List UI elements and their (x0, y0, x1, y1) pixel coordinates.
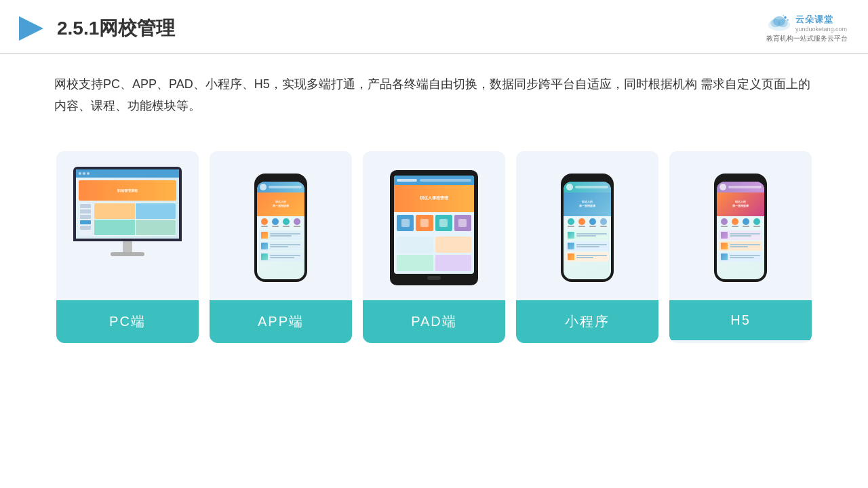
card-pad-image: 职达人课程管理 (363, 151, 505, 300)
brand-icon (14, 12, 46, 45)
logo-cloud: 云朵课堂 yunduoketang.com (767, 14, 847, 33)
tablet-illustration: 职达人课程管理 (390, 170, 478, 285)
card-pc-label: PC端 (56, 300, 199, 343)
card-pc-image: 职场管理课程 (56, 151, 199, 300)
card-pad: 职达人课程管理 (363, 151, 505, 343)
card-app-label: APP端 (210, 300, 352, 343)
card-app-image: 职达人的第一堂刚提课 (210, 151, 352, 300)
logo-text: 云朵课堂 (795, 14, 847, 26)
card-mini-label: 小程序 (516, 300, 658, 343)
card-h5-image: 职达人的第一堂刚提课 (669, 151, 812, 300)
svg-point-6 (787, 19, 789, 21)
card-h5-label: H5 (669, 300, 812, 340)
logo-name: 云朵课堂 yunduoketang.com (795, 14, 847, 33)
monitor-screen: 职场管理课程 (73, 167, 182, 241)
card-mini-image: 职达人的第一堂刚提课 (516, 151, 658, 300)
svg-point-4 (773, 16, 785, 26)
header-left: 2.5.1网校管理 (14, 12, 175, 45)
card-mini: 职达人的第一堂刚提课 (516, 151, 658, 343)
card-pc: 职场管理课程 (56, 151, 199, 343)
card-pad-label: PAD端 (363, 300, 505, 343)
mini-phone-illustration: 职达人的第一堂刚提课 (561, 174, 614, 282)
h5-phone-illustration: 职达人的第一堂刚提课 (714, 174, 767, 282)
header: 2.5.1网校管理 云朵课堂 yunduoketang.com 教育机构一站式服… (0, 0, 868, 54)
logo-tagline: 教育机构一站式服务云平台 (766, 34, 848, 43)
card-h5: 职达人的第一堂刚提课 (669, 151, 812, 343)
pc-monitor-illustration: 职场管理课程 (70, 167, 185, 289)
svg-point-5 (784, 16, 787, 19)
svg-marker-0 (19, 16, 43, 41)
app-phone-illustration: 职达人的第一堂刚提课 (254, 174, 307, 282)
cloud-logo-icon (767, 14, 791, 33)
cards-container: 职场管理课程 (0, 131, 868, 363)
description-text: 网校支持PC、APP、PAD、小程序、H5，实现多端打通，产品各终端自由切换，数… (0, 54, 868, 124)
svg-point-7 (783, 15, 784, 16)
logo-area: 云朵课堂 yunduoketang.com 教育机构一站式服务云平台 (766, 14, 848, 43)
description-content: 网校支持PC、APP、PAD、小程序、H5，实现多端打通，产品各终端自由切换，数… (54, 77, 810, 113)
card-app: 职达人的第一堂刚提课 (210, 151, 352, 343)
page-title: 2.5.1网校管理 (57, 16, 175, 41)
logo-url: yunduoketang.com (795, 26, 847, 33)
